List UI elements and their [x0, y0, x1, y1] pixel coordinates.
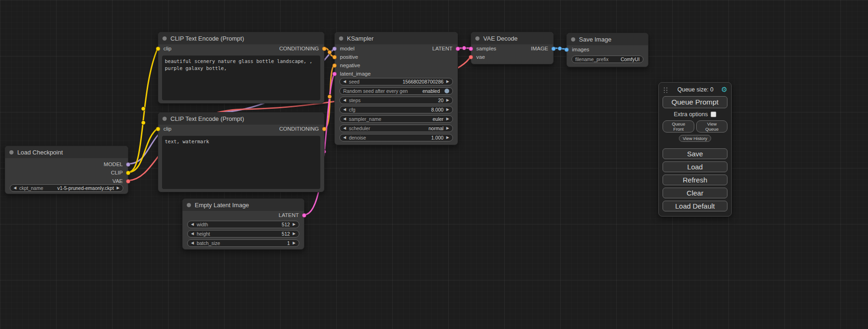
toggle-indicator-icon[interactable]	[445, 89, 449, 93]
decrement-arrow-icon[interactable]: ◀	[343, 106, 346, 113]
output-port-conditioning-dot[interactable]	[322, 47, 326, 51]
node-title-bar[interactable]: VAE Decode	[471, 32, 553, 44]
output-port-conditioning-dot[interactable]	[322, 127, 326, 131]
collapse-dot-icon[interactable]	[162, 117, 167, 121]
comfyui-node-canvas[interactable]: { "colors": { "model": "#B39DDB", "clip"…	[0, 0, 868, 329]
output-port-latent-dot[interactable]	[456, 47, 460, 51]
collapse-dot-icon[interactable]	[475, 36, 480, 41]
node-empty-latent-image[interactable]: Empty Latent Image LATENT ◀ width 512 ▶ …	[182, 198, 304, 250]
widget-label: steps	[349, 97, 360, 104]
input-port-vae-dot[interactable]	[469, 55, 473, 59]
collapse-dot-icon[interactable]	[339, 36, 343, 41]
widget-ckpt-name[interactable]: ◀ ckpt_name v1-5-pruned-emaonly.ckpt ▶	[10, 184, 123, 192]
node-title: Empty Latent Image	[195, 202, 249, 209]
settings-gear-icon[interactable]: ⚙	[721, 85, 727, 94]
collapse-dot-icon[interactable]	[162, 36, 167, 41]
output-port-row: CONDITIONING	[279, 125, 326, 133]
decrement-arrow-icon[interactable]: ◀	[343, 115, 346, 123]
input-port-negative-dot[interactable]	[332, 63, 337, 68]
clear-button[interactable]: Clear	[663, 188, 727, 198]
link-midpoint-dot	[141, 107, 146, 111]
increment-arrow-icon[interactable]: ▶	[446, 115, 449, 123]
node-title-bar[interactable]: CLIP Text Encode (Prompt)	[158, 32, 324, 44]
input-port-clip-dot[interactable]	[156, 127, 160, 131]
widget-cfg[interactable]: ◀ cfg 8.000 ▶	[339, 106, 453, 113]
queue-front-button[interactable]: Queue Front	[663, 120, 694, 133]
widget-denoise[interactable]: ◀ denoise 1.000 ▶	[339, 134, 453, 141]
output-port-image-dot[interactable]	[551, 47, 556, 51]
increment-arrow-icon[interactable]: ▶	[293, 239, 296, 247]
increment-arrow-icon[interactable]: ▶	[446, 134, 449, 141]
load-button[interactable]: Load	[663, 161, 727, 172]
load-default-button[interactable]: Load Default	[663, 201, 727, 211]
node-ksampler[interactable]: KSampler model positive negative latent_…	[334, 32, 458, 145]
increment-arrow-icon[interactable]: ▶	[446, 78, 449, 85]
output-port-clip-dot[interactable]	[126, 171, 130, 175]
widget-sampler-name[interactable]: ◀ sampler_name euler ▶	[339, 115, 453, 123]
drag-handle-icon[interactable]	[663, 86, 668, 93]
widget-label: width	[197, 221, 208, 228]
widget-steps[interactable]: ◀ steps 20 ▶	[339, 97, 453, 104]
output-port-row: IMAGE	[531, 44, 556, 53]
decrement-arrow-icon[interactable]: ◀	[343, 125, 346, 132]
input-port-latent-image-dot[interactable]	[332, 72, 337, 76]
view-queue-button[interactable]: View Queue	[696, 120, 727, 133]
queue-prompt-button[interactable]: Queue Prompt	[663, 96, 727, 108]
increment-arrow-icon[interactable]: ▶	[293, 221, 296, 228]
decrement-arrow-icon[interactable]: ◀	[191, 221, 194, 228]
input-port-images-dot[interactable]	[565, 48, 569, 52]
collapse-dot-icon[interactable]	[9, 150, 14, 154]
increment-arrow-icon[interactable]: ▶	[117, 184, 120, 192]
node-title-bar[interactable]: KSampler	[335, 32, 458, 44]
node-title-bar[interactable]: Empty Latent Image	[183, 199, 304, 211]
output-port-vae-dot[interactable]	[126, 179, 130, 183]
prompt-textarea[interactable]: beautiful scenery nature glass bottle la…	[162, 56, 320, 100]
output-port-latent-dot[interactable]	[302, 213, 306, 217]
extra-options-checkbox[interactable]	[711, 112, 716, 117]
decrement-arrow-icon[interactable]: ◀	[343, 97, 346, 104]
widget-batch-size[interactable]: ◀ batch_size 1 ▶	[187, 239, 299, 247]
increment-arrow-icon[interactable]: ▶	[446, 97, 449, 104]
queue-size-label: Queue size: 0	[670, 86, 721, 93]
increment-arrow-icon[interactable]: ▶	[446, 106, 449, 113]
queue-panel: Queue size: 0 ⚙ Queue Prompt Extra optio…	[658, 82, 732, 217]
view-history-button[interactable]: View History	[679, 135, 711, 142]
input-port-model-dot[interactable]	[332, 47, 337, 51]
collapse-dot-icon[interactable]	[187, 203, 191, 207]
increment-arrow-icon[interactable]: ▶	[446, 125, 449, 132]
collapse-dot-icon[interactable]	[571, 37, 575, 42]
widget-label: seed	[349, 78, 360, 85]
decrement-arrow-icon[interactable]: ◀	[14, 184, 16, 192]
widget-filename-prefix[interactable]: filename_prefix ComfyUI	[572, 56, 643, 63]
input-port-samples-dot[interactable]	[469, 47, 473, 51]
decrement-arrow-icon[interactable]: ◀	[191, 239, 194, 247]
node-title-bar[interactable]: Save Image	[567, 33, 648, 45]
node-save-image[interactable]: Save Image images filename_prefix ComfyU…	[566, 33, 649, 67]
widget-seed[interactable]: ◀ seed 156680208700286 ▶	[339, 78, 453, 85]
node-vae-decode[interactable]: VAE Decode samples vae IMAGE	[471, 32, 554, 64]
node-clip-text-encode-negative[interactable]: CLIP Text Encode (Prompt) clip CONDITION…	[158, 112, 325, 192]
output-port-model-dot[interactable]	[126, 162, 130, 167]
port-label-vae: VAE	[113, 178, 123, 184]
input-port-clip-dot[interactable]	[156, 47, 160, 51]
input-port-positive-dot[interactable]	[332, 55, 337, 59]
decrement-arrow-icon[interactable]: ◀	[343, 134, 346, 141]
refresh-button[interactable]: Refresh	[663, 175, 727, 185]
input-port-row: positive	[332, 53, 358, 61]
wire-clip-to-positive	[128, 48, 158, 172]
widget-scheduler[interactable]: ◀ scheduler normal ▶	[339, 125, 453, 132]
node-load-checkpoint[interactable]: Load Checkpoint MODEL CLIP VAE ◀ ckpt_na…	[5, 146, 128, 194]
decrement-arrow-icon[interactable]: ◀	[191, 230, 194, 238]
widget-width[interactable]: ◀ width 512 ▶	[187, 221, 299, 228]
widget-random-seed-toggle[interactable]: Random seed after every gen enabled	[339, 87, 453, 95]
node-title-bar[interactable]: Load Checkpoint	[5, 146, 128, 158]
port-label-positive: positive	[340, 54, 358, 60]
port-label-model: MODEL	[104, 161, 123, 167]
prompt-textarea[interactable]: text, watermark	[162, 136, 320, 189]
increment-arrow-icon[interactable]: ▶	[293, 230, 296, 238]
save-button[interactable]: Save	[663, 148, 727, 159]
node-title-bar[interactable]: CLIP Text Encode (Prompt)	[158, 112, 324, 125]
widget-height[interactable]: ◀ height 512 ▶	[187, 230, 299, 238]
decrement-arrow-icon[interactable]: ◀	[343, 78, 346, 85]
node-clip-text-encode-positive[interactable]: CLIP Text Encode (Prompt) clip CONDITION…	[158, 32, 325, 104]
